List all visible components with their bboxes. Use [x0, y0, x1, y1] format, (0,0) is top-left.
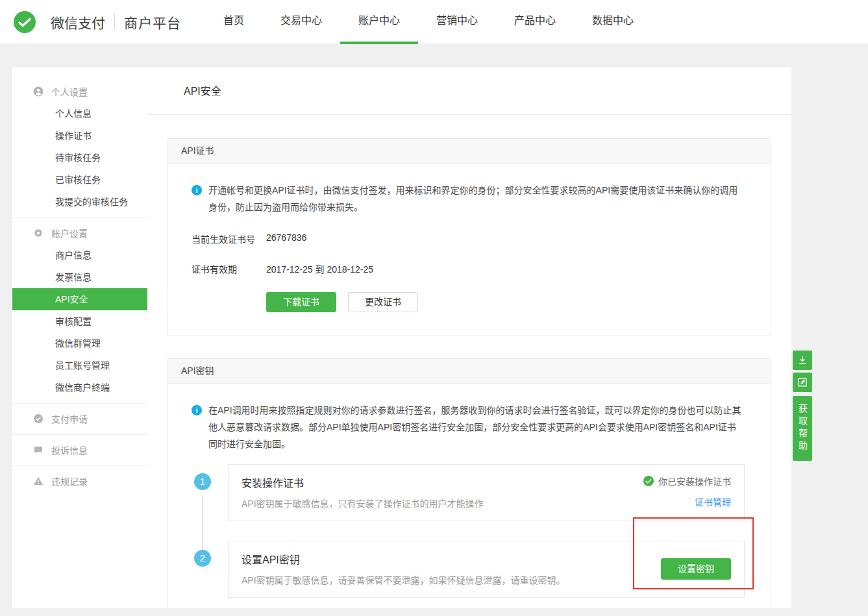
api-cert-section-title: API证书 [168, 139, 771, 164]
change-cert-button[interactable]: 更改证书 [348, 292, 418, 312]
download-cert-button[interactable]: 下载证书 [266, 292, 336, 312]
cert-info-row: i 开通帐号和更换API证书时，由微信支付签发，用来标识和界定你的身份；部分安全… [192, 182, 745, 216]
step-2-title: 设置API密钥 [242, 551, 565, 567]
sidebar-item-merchant-info[interactable]: 商户信息 [12, 244, 147, 266]
nav-marketing-center[interactable]: 营销中心 [418, 0, 496, 44]
step-2-desc: API密钥属于敏感信息，请妥善保管不要泄露，如果怀疑信息泄露，请重设密钥。 [242, 573, 565, 586]
step-1-desc: API密钥属于敏感信息，只有安装了操作证书的用户才能操作 [242, 497, 484, 510]
main-content: API安全 API证书 i 开通帐号和更换API证书时，由微信支付签发，用来标识… [147, 68, 791, 608]
nav-product-center[interactable]: 产品中心 [496, 0, 574, 44]
sidebar-group-violation: 违规记录 [12, 465, 147, 497]
set-api-key-button[interactable]: 设置密钥 [661, 558, 731, 580]
step-2-right: 设置密钥 [661, 558, 731, 580]
sidebar-group-payment-apply-head[interactable]: 支付申请 [12, 408, 147, 430]
sidebar-item-my-submitted-tasks[interactable]: 我提交的审核任务 [12, 191, 147, 213]
nav-home[interactable]: 首页 [205, 0, 262, 44]
edit-tool-button[interactable] [793, 373, 812, 392]
sidebar-item-pending-tasks[interactable]: 待审核任务 [12, 147, 147, 169]
cert-validity-value: 2017-12-25 到 2018-12-25 [266, 262, 373, 275]
nav-transaction-center[interactable]: 交易中心 [262, 0, 340, 44]
sidebar-group-personal-head[interactable]: 个人设置 [12, 80, 147, 103]
info-icon: i [192, 405, 202, 415]
step-1-right: 你已安装操作证书 证书管理 [643, 474, 731, 510]
sidebar-item-api-security[interactable]: API安全 [12, 288, 147, 310]
edit-icon [797, 377, 808, 388]
step-2-box: 设置API密钥 API密钥属于敏感信息，请妥善保管不要泄露，如果怀疑信息泄露，请… [228, 541, 745, 598]
sidebar-group-label: 个人设置 [51, 85, 88, 98]
get-help-button[interactable]: 获取帮助 [793, 396, 812, 461]
main-nav: 首页 交易中心 账户中心 营销中心 产品中心 数据中心 [205, 0, 652, 44]
sidebar-group-account-head[interactable]: 账户设置 [12, 222, 147, 244]
api-cert-section-body: i 开通帐号和更换API证书时，由微信支付签发，用来标识和界定你的身份；部分安全… [168, 164, 771, 336]
sidebar-item-reviewed-tasks[interactable]: 已审核任务 [12, 169, 147, 191]
top-header: 微信支付 商户平台 首页 交易中心 账户中心 营销中心 产品中心 数据中心 [0, 0, 868, 44]
sidebar-item-merchant-terminal[interactable]: 微信商户终端 [12, 376, 147, 399]
payment-icon [33, 413, 43, 424]
sidebar-item-staff-accounts[interactable]: 员工账号管理 [12, 354, 147, 376]
step-set-api-key: 2 设置API密钥 API密钥属于敏感信息，请妥善保管不要泄露，如果怀疑信息泄露… [192, 541, 745, 598]
apikey-info-text: 在API调用时用来按照指定规则对你的请求参数进行签名，服务器收到你的请求时会进行… [208, 402, 745, 452]
sidebar-group-label: 账户设置 [51, 227, 88, 240]
cert-manage-link[interactable]: 证书管理 [695, 495, 731, 508]
sidebar-group-personal: 个人设置 个人信息 操作证书 待审核任务 已审核任务 我提交的审核任务 [12, 68, 147, 217]
step-2-left: 设置API密钥 API密钥属于敏感信息，请妥善保管不要泄露，如果怀疑信息泄露，请… [242, 551, 565, 586]
sidebar-item-operation-cert[interactable]: 操作证书 [12, 125, 147, 147]
sidebar-item-wechat-group[interactable]: 微信群管理 [12, 332, 147, 354]
step-2-rail: 2 [192, 541, 228, 598]
cert-number-value: 26767836 [266, 232, 306, 245]
cert-buttons-row: 下载证书 更改证书 [192, 292, 745, 312]
api-cert-section: API证书 i 开通帐号和更换API证书时，由微信支付签发，用来标识和界定你的身… [167, 138, 771, 336]
brand-divider [114, 14, 115, 30]
cert-number-label: 当前生效证书号 [192, 232, 266, 245]
api-key-section-title: API密钥 [168, 359, 771, 384]
step-1-number: 1 [194, 473, 211, 490]
cert-validity-row: 证书有效期 2017-12-25 到 2018-12-25 [192, 262, 745, 275]
apikey-info-row: i 在API调用时用来按照指定规则对你的请求参数进行签名，服务器收到你的请求时会… [192, 402, 745, 452]
cert-installed-status: 你已安装操作证书 [643, 474, 731, 487]
sidebar-group-label: 投诉信息 [51, 443, 88, 456]
step-1-box: 安装操作证书 API密钥属于敏感信息，只有安装了操作证书的用户才能操作 你已安装… [228, 464, 745, 521]
apikey-steps: 1 安装操作证书 API密钥属于敏感信息，只有安装了操作证书的用户才能操作 [192, 464, 745, 598]
floating-toolbar: 获取帮助 [793, 351, 812, 461]
cert-installed-text: 你已安装操作证书 [658, 474, 731, 487]
user-icon [33, 86, 43, 97]
sidebar-group-complaint-head[interactable]: 投诉信息 [12, 439, 147, 461]
sidebar-group-violation-head[interactable]: 违规记录 [12, 470, 147, 492]
step-install-cert: 1 安装操作证书 API密钥属于敏感信息，只有安装了操作证书的用户才能操作 [192, 464, 745, 521]
wechat-pay-logo-icon [13, 10, 36, 34]
cert-info-text: 开通帐号和更换API证书时，由微信支付签发，用来标识和界定你的身份；部分安全性要… [208, 182, 745, 216]
page: 微信支付 商户平台 首页 交易中心 账户中心 营销中心 产品中心 数据中心 个人… [0, 0, 868, 616]
page-title: API安全 [147, 68, 791, 115]
sidebar-group-payment-apply: 支付申请 [12, 403, 147, 434]
sidebar-group-label: 支付申请 [51, 412, 88, 425]
download-icon [797, 355, 808, 365]
download-tool-button[interactable] [793, 351, 812, 370]
sidebar-item-personal-info[interactable]: 个人信息 [12, 103, 147, 125]
brand-name: 微信支付 [51, 12, 105, 32]
gear-icon [33, 228, 43, 238]
step-1-title: 安装操作证书 [242, 474, 484, 490]
step-2-number: 2 [194, 550, 211, 567]
sidebar-group-label: 违规记录 [51, 474, 88, 487]
sidebar-group-complaint: 投诉信息 [12, 434, 147, 465]
step-1-left: 安装操作证书 API密钥属于敏感信息，只有安装了操作证书的用户才能操作 [242, 474, 484, 510]
warning-icon [33, 476, 43, 486]
brand-sub-name: 商户平台 [124, 12, 181, 32]
api-key-section: API密钥 i 在API调用时用来按照指定规则对你的请求参数进行签名，服务器收到… [167, 358, 771, 608]
step-1-rail: 1 [192, 464, 228, 521]
api-key-section-body: i 在API调用时用来按照指定规则对你的请求参数进行签名，服务器收到你的请求时会… [168, 384, 771, 608]
sidebar-item-invoice-info[interactable]: 发票信息 [12, 266, 147, 288]
complaint-icon [33, 445, 43, 455]
sidebar-item-review-config[interactable]: 审核配置 [12, 310, 147, 332]
brand: 微信支付 商户平台 [13, 0, 181, 44]
sidebar: 个人设置 个人信息 操作证书 待审核任务 已审核任务 我提交的审核任务 账户设置… [12, 68, 147, 608]
sections: API证书 i 开通帐号和更换API证书时，由微信支付签发，用来标识和界定你的身… [147, 115, 791, 608]
nav-account-center[interactable]: 账户中心 [340, 0, 418, 44]
cert-number-row: 当前生效证书号 26767836 [192, 232, 745, 245]
sidebar-group-account: 账户设置 商户信息 发票信息 API安全 审核配置 微信群管理 员工账号管理 微… [12, 217, 147, 403]
info-icon: i [192, 185, 202, 195]
nav-data-center[interactable]: 数据中心 [574, 0, 652, 44]
cert-validity-label: 证书有效期 [192, 262, 266, 275]
check-circle-icon [643, 476, 654, 486]
